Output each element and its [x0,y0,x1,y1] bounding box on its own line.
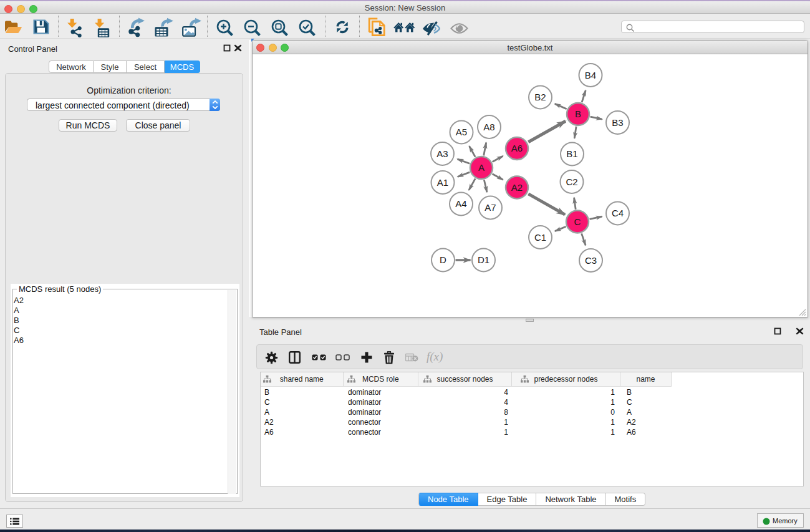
svg-text:D: D [440,254,446,265]
svg-text:A1: A1 [437,177,448,188]
svg-text:A6: A6 [511,143,523,153]
svg-text:A4: A4 [455,198,466,209]
svg-text:A3: A3 [436,148,448,159]
svg-text:C: C [574,216,581,227]
svg-text:A2: A2 [511,182,523,193]
svg-text:B2: B2 [534,92,546,102]
svg-text:A5: A5 [456,127,467,137]
svg-text:C3: C3 [585,255,597,266]
svg-text:A7: A7 [485,202,496,213]
svg-text:B3: B3 [612,117,623,128]
svg-text:C4: C4 [612,208,624,218]
svg-text:C2: C2 [566,177,577,187]
svg-text:A8: A8 [483,122,494,132]
svg-text:B4: B4 [585,70,596,80]
svg-text:B: B [575,109,581,119]
svg-text:C1: C1 [534,232,546,243]
svg-text:B1: B1 [566,148,577,159]
svg-text:D1: D1 [478,254,489,265]
svg-text:A: A [478,162,485,173]
